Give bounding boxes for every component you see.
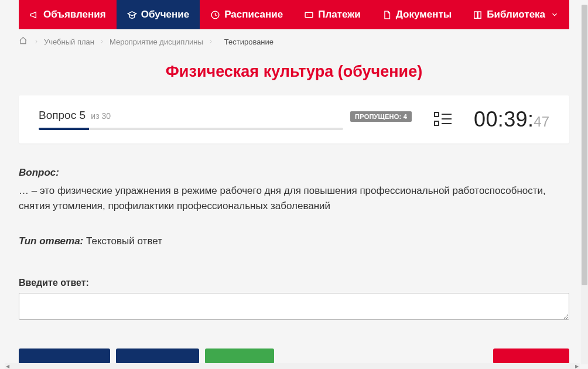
horizontal-scrollbar[interactable]: ◀▶ xyxy=(5,363,580,369)
nav-schedule[interactable]: Расписание xyxy=(200,0,293,29)
status-card: Вопрос 5 из 30 ПРОПУЩЕНО: 4 xyxy=(19,95,569,144)
timer: 00:39:47 xyxy=(474,107,549,132)
svg-rect-4 xyxy=(435,121,439,125)
progress-bar xyxy=(39,128,343,130)
breadcrumb-current: Тестирование xyxy=(224,37,274,46)
breadcrumb-link[interactable]: Мероприятие дисциплины xyxy=(110,37,203,46)
book-icon xyxy=(473,10,483,20)
nav-label: Библиотека xyxy=(487,9,545,20)
question-list-icon[interactable] xyxy=(434,111,452,128)
chevron-right-icon xyxy=(33,37,39,46)
chevron-right-icon xyxy=(208,37,214,46)
skip-button[interactable] xyxy=(116,348,199,364)
megaphone-icon xyxy=(29,10,39,20)
chevron-right-icon xyxy=(99,37,105,46)
nav-library[interactable]: Библиотека xyxy=(462,0,570,29)
breadcrumb-link[interactable]: Учебный план xyxy=(44,37,94,46)
answer-type: Тип ответа: Текстовый ответ xyxy=(19,235,569,247)
doc-icon xyxy=(382,10,392,20)
nav-label: Объявления xyxy=(43,9,106,20)
svg-rect-1 xyxy=(305,12,313,18)
prev-button[interactable] xyxy=(19,348,110,364)
question-text: … – это физические упражнения в режиме р… xyxy=(19,183,569,213)
action-buttons xyxy=(19,348,569,364)
nav-label: Платежи xyxy=(318,9,361,20)
question-header: Вопрос: xyxy=(19,167,569,179)
svg-rect-3 xyxy=(435,112,439,117)
clock-icon xyxy=(210,10,220,20)
page-title: Физическая культура (обучение) xyxy=(19,54,569,95)
vertical-scrollbar[interactable] xyxy=(581,5,588,364)
card-icon xyxy=(304,10,314,20)
nav-payments[interactable]: Платежи xyxy=(293,0,371,29)
chevron-down-icon xyxy=(549,10,559,20)
nav-announcements[interactable]: Объявления xyxy=(19,0,117,29)
nav-label: Документы xyxy=(396,9,452,20)
skipped-badge: ПРОПУЩЕНО: 4 xyxy=(350,111,412,122)
svg-point-2 xyxy=(307,14,308,15)
question-counter: Вопрос 5 из 30 xyxy=(39,109,111,122)
finish-button[interactable] xyxy=(493,348,569,364)
nav-learning[interactable]: Обучение xyxy=(117,0,200,29)
breadcrumb: Учебный планМероприятие дисциплины Тести… xyxy=(19,29,569,54)
answer-input[interactable] xyxy=(19,293,569,320)
main-navbar: ОбъявленияОбучениеРасписаниеПлатежиДокум… xyxy=(19,0,569,29)
answer-input-label: Введите ответ: xyxy=(19,278,569,288)
progress-fill xyxy=(39,128,89,130)
answer-button[interactable] xyxy=(205,348,274,364)
home-icon[interactable] xyxy=(19,36,28,47)
nav-label: Обучение xyxy=(141,9,189,20)
nav-label: Расписание xyxy=(224,9,283,20)
grad-cap-icon xyxy=(127,10,137,20)
nav-documents[interactable]: Документы xyxy=(371,0,463,29)
